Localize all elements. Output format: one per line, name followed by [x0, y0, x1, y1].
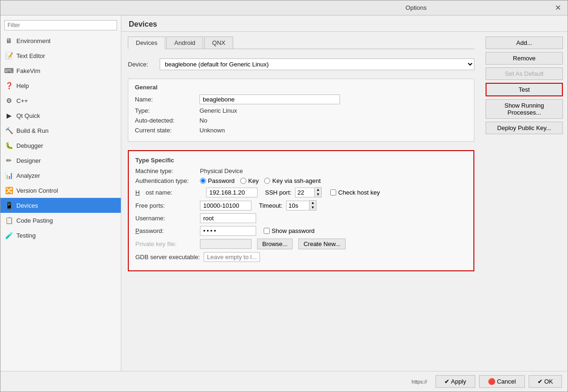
gdb-input[interactable] [204, 252, 260, 262]
free-ports-row: Free ports: Timeout: ▲ ▼ [135, 200, 467, 211]
show-password-label[interactable]: Show password [264, 227, 315, 234]
ssh-port-label: SSH port: [265, 189, 291, 196]
browse-button[interactable]: Browse... [257, 239, 293, 249]
timeout-input[interactable] [286, 201, 310, 211]
sidebar-item-debugger[interactable]: 🐛Debugger [0, 138, 121, 153]
sidebar-label-version-control: Version Control [16, 187, 58, 194]
show-running-button[interactable]: Show Running Processes... [486, 99, 563, 119]
ssh-port-input[interactable] [295, 188, 315, 197]
auth-ssh-agent-radio[interactable] [264, 178, 270, 184]
build-run-icon: 🔨 [4, 126, 14, 135]
show-password-checkbox[interactable] [264, 228, 270, 234]
auth-key-radio[interactable] [240, 178, 246, 184]
status-url: https:// [6, 379, 432, 385]
apply-button[interactable]: ✔ Apply [435, 375, 475, 388]
testing-icon: 🧪 [4, 231, 14, 240]
general-field-row: Current state:Unknown [135, 127, 467, 134]
username-row: Username: [135, 213, 467, 223]
machine-type-row: Machine type: Physical Device [135, 167, 467, 174]
general-value: Unknown [199, 127, 225, 134]
free-ports-label: Free ports: [135, 202, 196, 209]
tab-qnx[interactable]: QNX [204, 36, 233, 49]
sidebar-item-testing[interactable]: 🧪Testing [0, 228, 121, 243]
auth-type-row: Authentication type: Password Key [135, 177, 467, 184]
sidebar-item-qt-quick[interactable]: ▶Qt Quick [0, 108, 121, 123]
create-new-button[interactable]: Create New... [298, 239, 346, 249]
general-label: Current state: [135, 127, 196, 134]
timeout-up[interactable]: ▲ [310, 201, 316, 205]
sidebar-item-text-editor[interactable]: 📝Text Editor [0, 48, 121, 63]
sidebar-label-debugger: Debugger [16, 142, 43, 149]
filter-input[interactable] [4, 20, 117, 30]
password-label: Password: [135, 227, 196, 234]
page-title: Devices [121, 15, 568, 32]
device-select[interactable]: beaglebone (default for Generic Linux) [160, 58, 474, 70]
sidebar-item-build-run[interactable]: 🔨Build & Run [0, 123, 121, 138]
sidebar-label-designer: Designer [16, 157, 41, 164]
timeout-spinner[interactable]: ▲ ▼ [286, 200, 317, 211]
options-dialog: Options ✕ 🖥Environment📝Text Editor⌨FakeV… [0, 0, 568, 392]
test-button[interactable]: Test [486, 83, 563, 96]
auth-key-label: Key [248, 177, 258, 184]
type-specific-title: Type Specific [135, 157, 467, 164]
ssh-port-up[interactable]: ▲ [315, 188, 321, 192]
private-key-input[interactable] [200, 239, 251, 249]
show-password-text: Show password [272, 227, 315, 234]
device-label: Device: [128, 61, 156, 68]
sidebar-item-help[interactable]: ❓Help [0, 78, 121, 93]
debugger-icon: 🐛 [4, 141, 14, 150]
sidebar-item-analyzer[interactable]: 📊Analyzer [0, 168, 121, 183]
sidebar-item-version-control[interactable]: 🔀Version Control [0, 183, 121, 198]
auth-password-radio[interactable] [200, 178, 206, 184]
ok-button[interactable]: ✔ OK [529, 375, 562, 388]
sidebar-label-testing: Testing [16, 232, 36, 239]
cancel-button[interactable]: 🔴 Cancel [479, 375, 525, 388]
username-input[interactable] [200, 213, 256, 223]
sidebar-item-code-pasting[interactable]: 📋Code Pasting [0, 213, 121, 228]
general-name-input[interactable] [199, 94, 340, 104]
auth-key-option[interactable]: Key [240, 177, 258, 184]
general-field-row: Auto-detected:No [135, 117, 467, 124]
timeout-down[interactable]: ▼ [310, 205, 316, 210]
content-area: 🖥Environment📝Text Editor⌨FakeVim❓Help⚙C+… [0, 15, 568, 371]
deploy-key-button[interactable]: Deploy Public Key... [486, 122, 563, 134]
sidebar-item-environment[interactable]: 🖥Environment [0, 33, 121, 48]
set-default-button[interactable]: Set As Default [486, 67, 563, 80]
general-field-row: Name: [135, 94, 467, 104]
ssh-port-down[interactable]: ▼ [315, 192, 321, 197]
sidebar-item-devices[interactable]: 📱Devices [0, 198, 121, 213]
close-button[interactable]: ✕ [553, 3, 563, 12]
sidebar-item-designer[interactable]: ✏Designer [0, 153, 121, 168]
sidebar-item-fakevim[interactable]: ⌨FakeVim [0, 63, 121, 78]
add-button[interactable]: Add... [486, 36, 563, 49]
auth-radio-group: Password Key Key via ssh-agent [200, 177, 321, 184]
auth-password-option[interactable]: Password [200, 177, 235, 184]
password-row: Password: Show password [135, 226, 467, 236]
gdb-label: GDB server executable: [135, 254, 200, 261]
check-host-key-checkbox-label[interactable]: Check host key [330, 189, 380, 196]
device-row: Device: beaglebone (default for Generic … [128, 58, 474, 70]
free-ports-input[interactable] [200, 201, 251, 211]
host-name-input[interactable] [206, 188, 258, 197]
check-host-key-checkbox[interactable] [330, 189, 336, 196]
sidebar-item-cpp[interactable]: ⚙C++ [0, 93, 121, 108]
code-pasting-icon: 📋 [4, 216, 14, 225]
sidebar-label-analyzer: Analyzer [16, 172, 40, 179]
cpp-icon: ⚙ [4, 96, 14, 105]
general-label: Type: [135, 107, 196, 114]
remove-button[interactable]: Remove [486, 52, 563, 65]
sidebar-label-environment: Environment [16, 37, 51, 44]
sidebar-label-cpp: C++ [16, 97, 28, 104]
tab-android[interactable]: Android [166, 36, 203, 49]
sidebar: 🖥Environment📝Text Editor⌨FakeVim❓Help⚙C+… [0, 15, 121, 371]
general-label: Auto-detected: [135, 117, 196, 124]
devices-icon: 📱 [4, 201, 14, 210]
ssh-port-spinner[interactable]: ▲ ▼ [295, 187, 322, 197]
auth-password-label: Password [208, 177, 235, 184]
host-row: Host name: SSH port: ▲ ▼ [135, 187, 467, 197]
password-input[interactable] [200, 226, 256, 236]
sidebar-label-text-editor: Text Editor [16, 52, 45, 59]
tab-devices[interactable]: Devices [128, 36, 165, 49]
auth-ssh-agent-option[interactable]: Key via ssh-agent [264, 177, 320, 184]
auth-type-label: Authentication type: [135, 177, 196, 184]
